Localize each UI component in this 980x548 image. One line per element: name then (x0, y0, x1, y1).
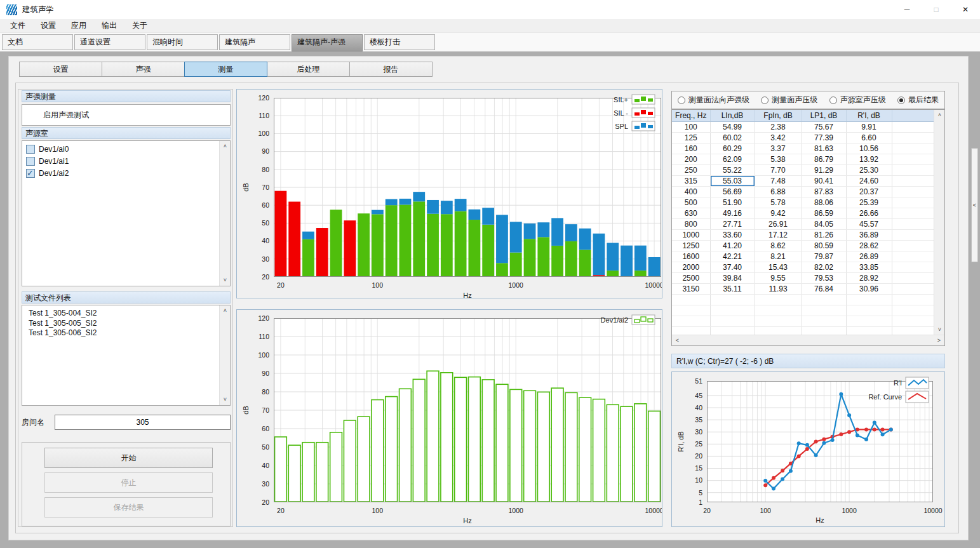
panel-collapse-handle[interactable]: < (971, 148, 978, 262)
table-cell[interactable] (892, 154, 935, 164)
table-header-1[interactable]: LIn,dB (710, 110, 755, 121)
table-cell[interactable] (892, 240, 935, 251)
close-button[interactable]: ✕ (951, 0, 980, 19)
table-cell[interactable]: 26.89 (846, 251, 892, 262)
radio-group-2[interactable]: 声源室声压级 (829, 95, 886, 105)
channel-row-0[interactable]: Dev1/ai0 (23, 143, 229, 155)
table-cell[interactable]: 28.62 (846, 240, 892, 251)
table-cell[interactable]: 400 (672, 186, 710, 197)
table-cell[interactable]: 500 (672, 197, 710, 208)
table-cell[interactable] (710, 316, 755, 326)
table-cell[interactable]: 36.89 (846, 229, 892, 240)
table-cell[interactable]: 75.67 (802, 121, 846, 132)
table-cell[interactable]: 51.90 (710, 197, 755, 208)
table-cell[interactable] (802, 305, 846, 316)
table-cell[interactable]: 84.05 (802, 218, 846, 229)
subtab-1[interactable]: 声强 (102, 62, 185, 77)
table-cell[interactable]: 91.29 (802, 164, 846, 175)
menu-item-0[interactable]: 文件 (3, 19, 33, 32)
table-cell[interactable]: 8.21 (755, 251, 802, 262)
table-cell[interactable] (892, 197, 935, 208)
table-cell[interactable]: 60.02 (710, 132, 755, 143)
table-cell[interactable]: 42.21 (710, 251, 755, 262)
table-header-3[interactable]: LP1, dB (802, 110, 846, 121)
table-cell[interactable]: 160 (672, 143, 710, 154)
menu-item-3[interactable]: 输出 (94, 19, 124, 32)
subtab-4[interactable]: 报告 (349, 62, 433, 77)
table-cell[interactable] (672, 316, 710, 326)
table-cell[interactable] (802, 294, 846, 305)
table-cell[interactable]: 800 (672, 218, 710, 229)
table-cell[interactable]: 77.39 (802, 132, 846, 143)
table-cell[interactable]: 25.39 (846, 197, 892, 208)
scroll-down-icon[interactable]: ˅ (220, 394, 231, 405)
channel-list-scrollbar[interactable]: ˄˅ (219, 141, 230, 286)
table-cell[interactable]: 88.06 (802, 197, 846, 208)
table-cell[interactable] (892, 121, 935, 132)
table-cell[interactable] (892, 283, 935, 294)
table-cell[interactable] (892, 294, 935, 305)
table-cell[interactable]: 87.83 (802, 186, 846, 197)
tab-0[interactable]: 文档 (2, 34, 73, 50)
tab-5[interactable]: 楼板打击 (364, 34, 435, 50)
table-header-0[interactable]: Freq., Hz (672, 110, 710, 121)
table-cell[interactable]: 1600 (672, 251, 710, 262)
file-item-1[interactable]: Test 1_305-005_SI2 (22, 319, 230, 329)
table-header-2[interactable]: FpIn, dB (755, 110, 802, 121)
table-cell[interactable]: 79.87 (802, 251, 846, 262)
table-cell[interactable]: 9.55 (755, 272, 802, 283)
subtab-2[interactable]: 测量 (184, 62, 267, 77)
table-cell[interactable]: 33.85 (846, 262, 892, 272)
minimize-button[interactable]: ─ (892, 0, 922, 19)
table-cell[interactable] (892, 262, 935, 272)
channel-checkbox-2[interactable] (26, 169, 35, 178)
table-cell[interactable] (672, 294, 710, 305)
table-cell[interactable] (892, 164, 935, 175)
table-cell[interactable]: 81.63 (802, 143, 846, 154)
channel-row-1[interactable]: Dev1/ai1 (23, 155, 229, 167)
table-cell[interactable] (672, 305, 710, 316)
table-cell[interactable]: 55.03 (710, 175, 755, 186)
table-cell[interactable] (710, 305, 755, 316)
table-cell[interactable]: 5.38 (755, 154, 802, 164)
radio-group-0[interactable]: 测量面法向声强级 (678, 95, 749, 105)
tab-4[interactable]: 建筑隔声-声强 (292, 34, 363, 51)
table-header-4[interactable]: R'I, dB (846, 110, 892, 121)
table-cell[interactable]: 2.38 (755, 121, 802, 132)
menu-item-1[interactable]: 设置 (33, 19, 64, 32)
table-cell[interactable]: 8.62 (755, 240, 802, 251)
table-cell[interactable] (892, 186, 935, 197)
table-cell[interactable]: 11.93 (755, 283, 802, 294)
table-cell[interactable]: 250 (672, 164, 710, 175)
file-item-0[interactable]: Test 1_305-004_SI2 (22, 309, 230, 319)
table-cell[interactable]: 27.71 (710, 218, 755, 229)
radio-button-3[interactable] (897, 97, 905, 104)
table-cell[interactable] (892, 132, 935, 143)
table-cell[interactable]: 13.92 (846, 154, 892, 164)
table-horizontal-scrollbar[interactable]: ˂˃ (672, 335, 944, 345)
table-cell[interactable] (755, 316, 802, 326)
table-cell[interactable]: 10.56 (846, 143, 892, 154)
table-cell[interactable]: 86.79 (802, 154, 846, 164)
table-cell[interactable] (892, 218, 935, 229)
stop-button[interactable]: 停止 (44, 472, 213, 493)
save-results-button[interactable]: 保存结果 (44, 497, 213, 518)
scroll-right-icon[interactable]: ˃ (934, 335, 944, 346)
start-button[interactable]: 开始 (44, 448, 213, 468)
table-cell[interactable]: 200 (672, 154, 710, 164)
tab-3[interactable]: 建筑隔声 (219, 34, 290, 50)
scroll-up-icon[interactable]: ˄ (934, 110, 945, 121)
table-cell[interactable] (846, 316, 892, 326)
radio-group-3[interactable]: 最后结果 (897, 95, 939, 105)
radio-button-1[interactable] (761, 97, 769, 104)
table-cell[interactable]: 86.59 (802, 208, 846, 218)
tab-1[interactable]: 通道设置 (74, 34, 145, 50)
table-cell[interactable]: 45.57 (846, 218, 892, 229)
table-cell[interactable]: 56.69 (710, 186, 755, 197)
table-cell[interactable]: 1250 (672, 240, 710, 251)
maximize-button[interactable]: □ (922, 0, 951, 19)
table-cell[interactable]: 3.42 (755, 132, 802, 143)
table-cell[interactable] (846, 294, 892, 305)
table-cell[interactable] (892, 175, 935, 186)
table-cell[interactable]: 37.40 (710, 262, 755, 272)
